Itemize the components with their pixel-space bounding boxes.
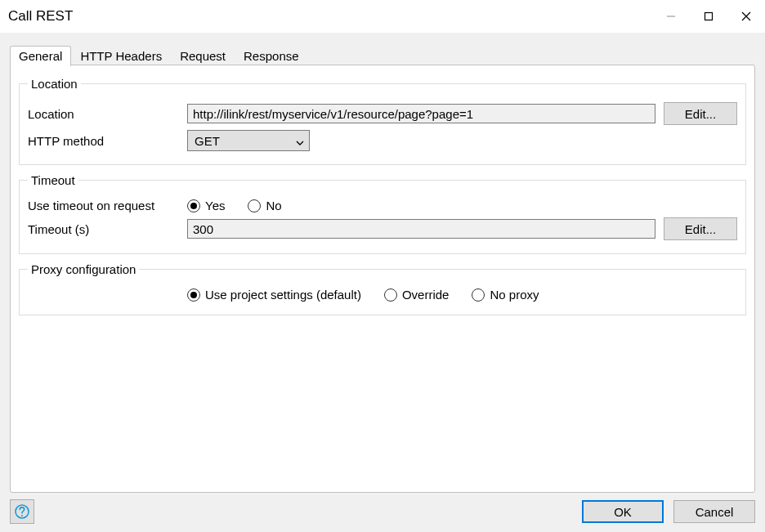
group-proxy: Proxy configuration Use project settings…: [19, 262, 746, 315]
client-area: General HTTP Headers Request Response Lo…: [0, 33, 765, 532]
row-location: Location Edit...: [28, 102, 737, 125]
button-label: Cancel: [696, 505, 734, 519]
dialog-call-rest: Call REST General HTTP Headers Request R…: [0, 0, 765, 532]
tab-request[interactable]: Request: [171, 46, 235, 66]
dialog-footer: OK Cancel: [10, 493, 755, 524]
radio-icon: [187, 288, 200, 302]
minimize-button[interactable]: [652, 0, 690, 33]
row-proxy: Use project settings (default) Override …: [28, 288, 737, 302]
select-value: GET: [195, 134, 220, 148]
tab-response[interactable]: Response: [235, 46, 308, 66]
maximize-icon: [704, 11, 714, 21]
radio-label: Use project settings (default): [205, 288, 361, 302]
radio-icon: [472, 288, 485, 302]
location-label: Location: [28, 107, 179, 121]
timeout-edit-button[interactable]: Edit...: [664, 217, 737, 240]
radio-label: Override: [402, 288, 450, 302]
row-http-method: HTTP method GET: [28, 130, 737, 151]
group-legend: Proxy configuration: [28, 262, 139, 276]
radio-proxy-none[interactable]: No proxy: [472, 288, 539, 302]
radio-label: No proxy: [490, 288, 539, 302]
radio-proxy-override[interactable]: Override: [384, 288, 450, 302]
cancel-button[interactable]: Cancel: [673, 500, 755, 523]
radio-timeout-no[interactable]: No: [248, 199, 281, 212]
radio-proxy-project[interactable]: Use project settings (default): [187, 288, 361, 302]
group-legend: Timeout: [28, 173, 78, 187]
ok-button[interactable]: OK: [582, 500, 664, 523]
svg-point-5: [21, 515, 23, 516]
button-label: OK: [614, 505, 632, 519]
radio-icon: [384, 288, 397, 302]
tab-label: Request: [180, 49, 226, 63]
radio-icon: [248, 199, 261, 212]
maximize-button[interactable]: [690, 0, 727, 33]
use-timeout-label: Use timeout on request: [28, 199, 179, 212]
help-icon: [14, 503, 30, 520]
group-timeout: Timeout Use timeout on request Yes No: [19, 173, 746, 254]
titlebar: Call REST: [0, 0, 765, 33]
chevron-down-icon: [296, 134, 304, 148]
button-label: Edit...: [685, 107, 716, 121]
radio-label: No: [266, 199, 281, 212]
row-use-timeout: Use timeout on request Yes No: [28, 199, 737, 212]
window-title: Call REST: [8, 8, 73, 25]
timeout-label: Timeout (s): [28, 222, 179, 236]
tab-label: HTTP Headers: [80, 49, 162, 63]
http-method-select[interactable]: GET: [187, 130, 310, 151]
timeout-input[interactable]: [187, 219, 655, 239]
tabstrip: General HTTP Headers Request Response: [10, 45, 755, 65]
group-location: Location Location Edit... HTTP method GE…: [19, 77, 746, 165]
tab-page-general: Location Location Edit... HTTP method GE…: [10, 65, 755, 493]
close-button[interactable]: [727, 0, 765, 33]
location-input[interactable]: [187, 104, 655, 123]
tab-label: General: [19, 49, 62, 63]
group-legend: Location: [28, 77, 81, 91]
radio-icon: [187, 199, 200, 212]
help-button[interactable]: [10, 499, 34, 524]
close-icon: [741, 11, 751, 21]
row-timeout-value: Timeout (s) Edit...: [28, 217, 737, 240]
radio-label: Yes: [205, 199, 225, 212]
radio-timeout-yes[interactable]: Yes: [187, 199, 225, 212]
svg-rect-1: [705, 13, 713, 20]
http-method-label: HTTP method: [28, 134, 179, 148]
button-label: Edit...: [685, 222, 716, 236]
tab-label: Response: [244, 49, 299, 63]
tab-general[interactable]: General: [10, 46, 71, 66]
minimize-icon: [666, 11, 676, 21]
location-edit-button[interactable]: Edit...: [664, 102, 737, 125]
tab-http-headers[interactable]: HTTP Headers: [71, 46, 171, 66]
